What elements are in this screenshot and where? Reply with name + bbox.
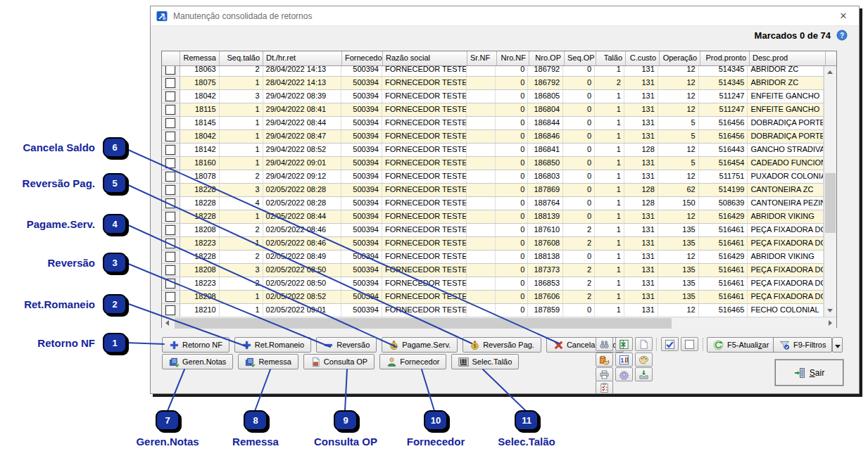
row-check-cell[interactable] — [162, 103, 180, 116]
row-checkbox[interactable] — [165, 78, 175, 88]
toolbar-button-sort[interactable]: 1 — [615, 353, 633, 367]
row-checkbox[interactable] — [165, 91, 175, 101]
toolbar-button-gear[interactable] — [615, 367, 633, 381]
toolbar-button-check-on[interactable] — [661, 337, 679, 351]
row-checkbox[interactable] — [165, 132, 175, 141]
row-checkbox[interactable] — [165, 66, 175, 75]
row-check-cell[interactable] — [162, 224, 180, 236]
column-header-dt_hr_ret[interactable]: Dt./hr.ret — [263, 51, 342, 65]
horizontal-scroll-thumb[interactable] — [175, 318, 672, 329]
fornecedor-button[interactable]: Fornecedor — [379, 354, 446, 369]
row-check-cell[interactable] — [162, 117, 180, 129]
vertical-scrollbar[interactable] — [824, 66, 836, 317]
toolbar-button-export[interactable] — [635, 367, 653, 381]
row-checkbox[interactable] — [165, 252, 175, 262]
close-icon[interactable]: ✕ — [834, 11, 853, 21]
table-row[interactable]: 18210102/05/2022 09:01500394FORNECEDOR T… — [162, 304, 824, 317]
row-check-cell[interactable] — [162, 157, 180, 170]
column-header-seq_talao[interactable]: Seq.talão — [220, 51, 263, 65]
toolbar-button-binoculars[interactable] — [596, 337, 613, 351]
table-row[interactable]: 18208102/05/2022 08:52500394FORNECEDOR T… — [162, 291, 824, 304]
row-check-cell[interactable] — [162, 90, 180, 103]
table-row[interactable]: 18075128/04/2022 14:13500394FORNECEDOR T… — [162, 77, 824, 90]
help-icon[interactable]: ? — [836, 30, 848, 41]
row-check-cell[interactable] — [162, 264, 180, 277]
scroll-left-icon[interactable] — [162, 317, 174, 329]
column-header-seq_op[interactable]: Seq.OP — [565, 51, 596, 65]
scroll-down-icon[interactable] — [824, 305, 836, 317]
row-checkbox[interactable] — [165, 292, 175, 302]
row-check-cell[interactable] — [162, 66, 180, 76]
row-check-cell[interactable] — [162, 237, 180, 250]
table-row[interactable]: 18228302/05/2022 08:28500394FORNECEDOR T… — [162, 184, 824, 197]
f9-dropdown-icon[interactable] — [832, 337, 843, 353]
geren-notas-button[interactable]: Geren.Notas — [162, 354, 233, 369]
pagame-serv-button[interactable]: $Pagame.Serv. — [382, 337, 458, 353]
row-checkbox[interactable] — [165, 198, 175, 208]
selec-talao-button[interactable]: Selec.Talão — [451, 354, 519, 369]
toolbar-button-printer[interactable] — [596, 367, 613, 381]
row-checkbox[interactable] — [165, 265, 175, 275]
row-checkbox[interactable] — [165, 239, 175, 248]
table-row[interactable]: 18228202/05/2022 08:49500394FORNECEDOR T… — [162, 250, 824, 264]
row-checkbox[interactable] — [165, 225, 175, 235]
row-check-cell[interactable] — [162, 277, 180, 290]
column-header-remessa[interactable]: Remessa — [180, 51, 220, 65]
scroll-up-icon[interactable] — [824, 66, 836, 78]
ret-romaneio-button[interactable]: Ret.Romaneio — [234, 337, 311, 353]
row-check-cell[interactable] — [162, 197, 180, 210]
column-header-prod_pronto[interactable]: Prod.pronto — [700, 51, 750, 65]
table-row[interactable]: 18063228/04/2022 14:13500394FORNECEDOR T… — [162, 66, 824, 77]
table-row[interactable]: 18208202/05/2022 08:46500394FORNECEDOR T… — [162, 224, 824, 237]
column-header-fornecedor[interactable]: Fornecedor — [342, 51, 383, 65]
table-row[interactable]: 18042129/04/2022 08:47500394FORNECEDOR T… — [162, 130, 824, 144]
table-row[interactable]: 18223202/05/2022 08:50500394FORNECEDOR T… — [162, 277, 824, 291]
row-check-cell[interactable] — [162, 250, 180, 263]
toolbar-button-payment[interactable] — [596, 353, 613, 367]
column-header-razao_social[interactable]: Razão social — [383, 51, 467, 65]
row-checkbox[interactable] — [165, 172, 175, 182]
toolbar-button-check-off[interactable] — [681, 337, 698, 351]
column-header-nro_op[interactable]: Nro.OP — [529, 51, 565, 65]
horizontal-scrollbar[interactable] — [162, 317, 836, 329]
retorno-nf-button[interactable]: Retorno NF — [162, 337, 229, 353]
row-check-cell[interactable] — [162, 144, 180, 156]
column-header-desc_prod[interactable]: Desc.prod — [750, 51, 826, 65]
table-row[interactable]: 18145129/04/2022 08:44500394FORNECEDOR T… — [162, 117, 824, 130]
toolbar-button-checklist[interactable] — [596, 381, 613, 394]
table-row[interactable]: 18115129/04/2022 08:41500394FORNECEDOR T… — [162, 103, 824, 117]
table-row[interactable]: 18223102/05/2022 08:46500394FORNECEDOR T… — [162, 237, 824, 250]
row-checkbox[interactable] — [165, 279, 175, 288]
column-header-talao[interactable]: Talão — [596, 51, 626, 65]
table-row[interactable]: 18228102/05/2022 08:44500394FORNECEDOR T… — [162, 210, 824, 224]
column-header-c_custo[interactable]: C.custo — [626, 51, 660, 65]
toolbar-button-page[interactable] — [635, 337, 653, 351]
row-checkbox[interactable] — [165, 305, 175, 315]
f9-filtros-button[interactable]: F9-Filtros — [773, 337, 832, 353]
table-row[interactable]: 18078229/04/2022 09:12500394FORNECEDOR T… — [162, 170, 824, 184]
table-row[interactable]: 18142129/04/2022 08:52500394FORNECEDOR T… — [162, 144, 824, 157]
row-checkbox[interactable] — [165, 185, 175, 195]
remessa-button[interactable]: Remessa — [238, 354, 298, 369]
reversao-pag-button[interactable]: $Reversão Pag. — [463, 337, 541, 353]
table-row[interactable]: 18042329/04/2022 08:39500394FORNECEDOR T… — [162, 90, 824, 103]
row-checkbox[interactable] — [165, 145, 175, 155]
reversao-button[interactable]: Reversão — [316, 337, 377, 353]
row-check-cell[interactable] — [162, 184, 180, 196]
row-check-cell[interactable] — [162, 170, 180, 183]
row-checkbox[interactable] — [165, 212, 175, 222]
vertical-scroll-thumb[interactable] — [825, 173, 836, 233]
horizontal-scroll-track[interactable] — [174, 317, 824, 329]
row-check-cell[interactable] — [162, 77, 180, 89]
row-checkbox[interactable] — [165, 105, 175, 115]
row-check-cell[interactable] — [162, 304, 180, 317]
row-checkbox[interactable] — [165, 158, 175, 168]
table-row[interactable]: 18208302/05/2022 08:50500394FORNECEDOR T… — [162, 264, 824, 277]
column-header-check[interactable] — [162, 51, 180, 65]
scroll-right-icon[interactable] — [824, 317, 836, 329]
table-row[interactable]: 18228402/05/2022 08:28500394FORNECEDOR T… — [162, 197, 824, 210]
row-check-cell[interactable] — [162, 291, 180, 303]
toolbar-button-palette[interactable] — [635, 353, 653, 367]
row-check-cell[interactable] — [162, 210, 180, 223]
consulta-op-button[interactable]: Consulta OP — [303, 354, 375, 369]
